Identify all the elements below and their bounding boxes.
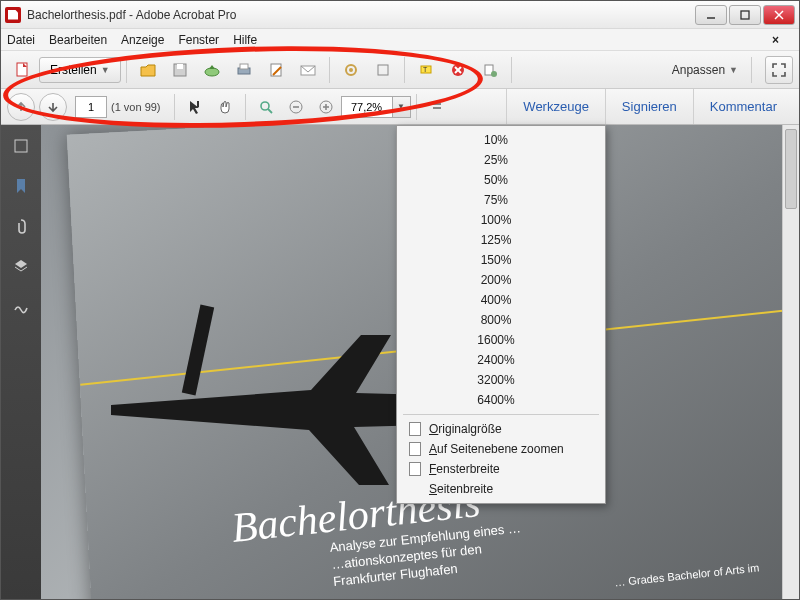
window-title: Bachelorthesis.pdf - Adobe Acrobat Pro — [27, 8, 693, 22]
zoom-option-150%[interactable]: 150% — [397, 250, 605, 270]
svg-point-13 — [349, 68, 353, 72]
new-pdf-icon[interactable] — [9, 56, 37, 84]
titlebar: Bachelorthesis.pdf - Adobe Acrobat Pro — [1, 1, 799, 29]
zoom-option-25%[interactable]: 25% — [397, 150, 605, 170]
zoom-option-1600%[interactable]: 1600% — [397, 330, 605, 350]
save-icon[interactable] — [166, 56, 194, 84]
svg-text:T: T — [423, 66, 428, 73]
svg-point-21 — [491, 71, 497, 77]
zoom-option-3200%[interactable]: 3200% — [397, 370, 605, 390]
document-close-icon[interactable]: × — [772, 33, 779, 47]
page-count-label: (1 von 99) — [111, 101, 161, 113]
app-window: Bachelorthesis.pdf - Adobe Acrobat Pro D… — [0, 0, 800, 600]
svg-rect-30 — [433, 103, 441, 105]
minimize-button[interactable] — [695, 5, 727, 25]
signatures-icon[interactable] — [10, 295, 32, 317]
zoom-fit-fensterbreite[interactable]: Fensterbreite — [397, 459, 605, 479]
svg-rect-1 — [741, 11, 749, 19]
maximize-button[interactable] — [729, 5, 761, 25]
zoom-tool-icon[interactable] — [253, 94, 279, 120]
svg-rect-32 — [15, 140, 27, 152]
customize-button[interactable]: Anpassen▼ — [664, 63, 746, 77]
zoom-option-100%[interactable]: 100% — [397, 210, 605, 230]
navigation-sidebar — [1, 125, 41, 599]
zoom-fit-seitenbreite[interactable]: Seitenbreite — [397, 479, 605, 499]
vertical-scrollbar[interactable] — [782, 125, 799, 599]
zoom-option-400%[interactable]: 400% — [397, 290, 605, 310]
hand-tool-icon[interactable] — [212, 94, 238, 120]
gear-icon[interactable] — [337, 56, 365, 84]
zoom-out-button[interactable] — [283, 94, 309, 120]
acrobat-icon — [5, 7, 21, 23]
next-page-button[interactable] — [39, 93, 67, 121]
page-number-input[interactable] — [75, 96, 107, 118]
fullscreen-button[interactable] — [765, 56, 793, 84]
window-controls — [693, 5, 795, 25]
layers-icon[interactable] — [10, 255, 32, 277]
scrollbar-thumb[interactable] — [785, 129, 797, 209]
zoom-option-75%[interactable]: 75% — [397, 190, 605, 210]
highlight-icon[interactable]: T — [412, 56, 440, 84]
customize-label: Anpassen — [672, 63, 725, 77]
zoom-dropdown-button[interactable]: ▼ — [393, 96, 411, 118]
thumbnails-icon[interactable] — [10, 135, 32, 157]
menu-hilfe[interactable]: Hilfe — [233, 33, 257, 47]
zoom-option-50%[interactable]: 50% — [397, 170, 605, 190]
svg-point-7 — [205, 68, 219, 76]
main-toolbar: Erstellen▼ T Anpassen▼ — [1, 51, 799, 89]
zoom-option-800%[interactable]: 800% — [397, 310, 605, 330]
svg-rect-9 — [240, 64, 248, 69]
open-icon[interactable] — [134, 56, 162, 84]
task-panes: Werkzeuge Signieren Kommentar — [506, 89, 793, 124]
zoom-menu: 10%25%50%75%100%125%150%200%400%800%1600… — [396, 125, 606, 504]
comment-pane-button[interactable]: Kommentar — [693, 89, 793, 124]
zoom-fit-auf-seitenebene-zoomen[interactable]: Auf Seitenebene zoomen — [397, 439, 605, 459]
zoom-option-2400%[interactable]: 2400% — [397, 350, 605, 370]
create-button[interactable]: Erstellen▼ — [39, 57, 121, 83]
svg-rect-6 — [177, 64, 183, 69]
toolbar-overflow-icon[interactable] — [424, 94, 450, 120]
edit-icon[interactable] — [262, 56, 290, 84]
create-label: Erstellen — [50, 63, 97, 77]
zoom-in-button[interactable] — [313, 94, 339, 120]
nav-toolbar: (1 von 99) ▼ Werkzeuge Signieren Komment… — [1, 89, 799, 125]
zoom-option-125%[interactable]: 125% — [397, 230, 605, 250]
svg-rect-14 — [378, 65, 388, 75]
menubar: Datei Bearbeiten Anzeige Fenster Hilfe × — [1, 29, 799, 51]
close-button[interactable] — [763, 5, 795, 25]
menu-datei[interactable]: Datei — [7, 33, 35, 47]
zoom-option-10%[interactable]: 10% — [397, 130, 605, 150]
zoom-option-6400%[interactable]: 6400% — [397, 390, 605, 410]
bookmarks-icon[interactable] — [10, 175, 32, 197]
action-icon[interactable] — [476, 56, 504, 84]
zoom-fit-originalgröße[interactable]: Originalgröße — [397, 419, 605, 439]
menu-anzeige[interactable]: Anzeige — [121, 33, 164, 47]
svg-rect-33 — [182, 305, 214, 396]
svg-rect-22 — [197, 101, 199, 107]
zoom-option-200%[interactable]: 200% — [397, 270, 605, 290]
mail-icon[interactable] — [294, 56, 322, 84]
menu-bearbeiten[interactable]: Bearbeiten — [49, 33, 107, 47]
prev-page-button[interactable] — [7, 93, 35, 121]
sign-pane-button[interactable]: Signieren — [605, 89, 693, 124]
zoom-input[interactable] — [341, 96, 393, 118]
svg-rect-4 — [17, 63, 27, 76]
svg-rect-31 — [433, 107, 441, 109]
svg-point-23 — [261, 102, 269, 110]
tools-pane-button[interactable]: Werkzeuge — [506, 89, 605, 124]
menu-fenster[interactable]: Fenster — [178, 33, 219, 47]
print-icon[interactable] — [230, 56, 258, 84]
select-tool-icon[interactable] — [182, 94, 208, 120]
svg-line-24 — [268, 109, 272, 113]
cloud-icon[interactable] — [198, 56, 226, 84]
delete-icon[interactable] — [444, 56, 472, 84]
attachments-icon[interactable] — [10, 215, 32, 237]
tag-icon[interactable] — [369, 56, 397, 84]
